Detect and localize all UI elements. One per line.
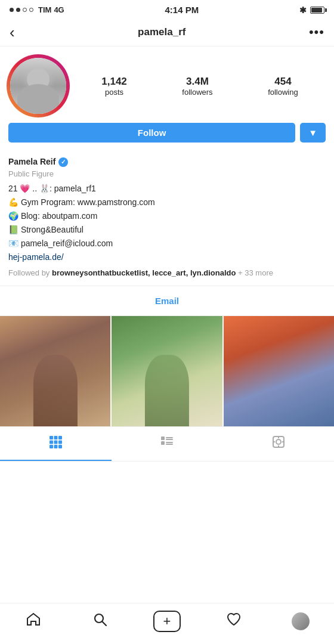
- bio-link[interactable]: hej-pamela.de/: [8, 251, 326, 264]
- add-icon: +: [153, 611, 181, 632]
- svg-rect-10: [166, 437, 173, 438]
- tab-list[interactable]: [112, 427, 223, 461]
- nav-profile[interactable]: [267, 612, 334, 630]
- photo-3[interactable]: [224, 316, 334, 426]
- heart-icon: [226, 612, 242, 631]
- bio-line-3: 🌍 Blog: aboutpam.com: [8, 210, 326, 222]
- profile-username: pamela_rf: [138, 26, 185, 38]
- photo-1[interactable]: [0, 316, 110, 426]
- followed-by: Followed by browneysonthatbucketlist, le…: [8, 267, 326, 279]
- tab-grid[interactable]: [0, 427, 112, 461]
- stats-area: 1,142 posts 3.4M followers 454 following: [74, 76, 326, 97]
- status-bar: TIM 4G 4:14 PM ✱: [0, 0, 334, 18]
- stats-row: 1,142 posts 3.4M followers 454 following: [74, 76, 326, 97]
- profile-section: 1,142 posts 3.4M followers 454 following: [0, 47, 334, 123]
- spacer-bottom: [0, 462, 334, 509]
- verified-badge: ✓: [58, 157, 68, 167]
- bio-line-1: 21 💗 .. 🐰: pamela_rf1: [8, 182, 326, 195]
- followers-count: 3.4M: [186, 76, 209, 88]
- nav-heart[interactable]: [200, 612, 267, 631]
- bio-name: Pamela Reif ✓: [8, 156, 326, 168]
- email-section: Email: [0, 286, 334, 316]
- search-icon: [92, 612, 108, 631]
- svg-point-16: [276, 439, 281, 444]
- photo-2-figure: [145, 355, 189, 426]
- svg-rect-9: [161, 436, 165, 440]
- svg-rect-12: [161, 441, 165, 445]
- bio-category: Public Figure: [8, 168, 326, 180]
- posts-count: 1,142: [101, 76, 127, 88]
- plus-symbol: +: [163, 615, 171, 628]
- followed-by-names: browneysonthatbucketlist, lecce_art, lyn…: [52, 268, 236, 277]
- stat-followers[interactable]: 3.4M followers: [182, 76, 212, 97]
- avatar-wrapper: [8, 56, 68, 116]
- dropdown-button[interactable]: ▼: [300, 123, 326, 143]
- svg-rect-13: [166, 442, 173, 443]
- follow-button[interactable]: Follow: [8, 123, 295, 143]
- network-label: 4G: [54, 5, 64, 14]
- posts-label: posts: [105, 88, 123, 97]
- followed-by-more: + 33 more: [238, 268, 273, 277]
- tagged-icon: [272, 435, 285, 451]
- signal-dot-1: [10, 8, 14, 12]
- bio-line-5: 📧 pamela_reif@icloud.com: [8, 237, 326, 250]
- signal-dot-3: [23, 8, 27, 12]
- avatar[interactable]: [10, 58, 66, 114]
- battery-icon: [310, 7, 324, 14]
- header-nav: ‹ pamela_rf •••: [0, 18, 334, 47]
- followed-by-label: Followed by: [8, 268, 50, 277]
- nav-home[interactable]: [0, 612, 67, 631]
- svg-rect-5: [58, 441, 62, 444]
- svg-rect-2: [58, 436, 62, 439]
- stat-following[interactable]: 454 following: [268, 76, 298, 97]
- svg-rect-6: [50, 445, 53, 448]
- svg-rect-0: [50, 436, 53, 439]
- signal-dot-4: [29, 8, 33, 12]
- grid-icon: [49, 435, 62, 451]
- back-button[interactable]: ‹: [10, 24, 15, 40]
- bio-line-2: 💪 Gym Program: www.pamstrong.com: [8, 196, 326, 209]
- list-icon: [160, 435, 174, 451]
- status-time: 4:14 PM: [165, 5, 199, 15]
- more-options-button[interactable]: •••: [309, 24, 324, 40]
- following-label: following: [268, 88, 298, 97]
- svg-rect-7: [54, 445, 58, 448]
- signal-dot-2: [16, 8, 20, 12]
- svg-rect-4: [54, 441, 58, 444]
- email-button[interactable]: Email: [155, 296, 179, 306]
- svg-rect-1: [54, 436, 58, 439]
- svg-rect-8: [58, 445, 62, 448]
- stat-posts[interactable]: 1,142 posts: [101, 76, 127, 97]
- tab-bar: [0, 426, 334, 462]
- follow-row: Follow ▼: [0, 123, 334, 151]
- svg-rect-3: [50, 441, 53, 444]
- bio-section: Pamela Reif ✓ Public Figure 21 💗 .. 🐰: p…: [0, 151, 334, 286]
- followers-label: followers: [182, 88, 212, 97]
- photo-1-figure: [33, 355, 78, 426]
- photo-2[interactable]: [112, 316, 222, 426]
- bluetooth-icon: ✱: [299, 5, 307, 15]
- svg-rect-11: [166, 439, 173, 440]
- bottom-nav: +: [0, 603, 334, 644]
- photo-grid: [0, 316, 334, 426]
- carrier-label: TIM: [38, 5, 51, 14]
- avatar-inner: [10, 58, 66, 114]
- svg-line-22: [103, 621, 107, 626]
- nav-add[interactable]: +: [134, 611, 200, 632]
- following-count: 454: [274, 76, 291, 88]
- display-name: Pamela Reif: [8, 156, 55, 168]
- svg-rect-14: [166, 444, 173, 445]
- status-right: ✱: [299, 5, 324, 15]
- nav-search[interactable]: [67, 612, 134, 631]
- avatar-face: [10, 58, 66, 114]
- nav-profile-avatar: [292, 612, 310, 630]
- tab-tagged[interactable]: [222, 427, 334, 461]
- bio-line-4: 📗 Strong&Beautiful: [8, 224, 326, 236]
- home-icon: [26, 612, 41, 631]
- status-left: TIM 4G: [10, 5, 64, 14]
